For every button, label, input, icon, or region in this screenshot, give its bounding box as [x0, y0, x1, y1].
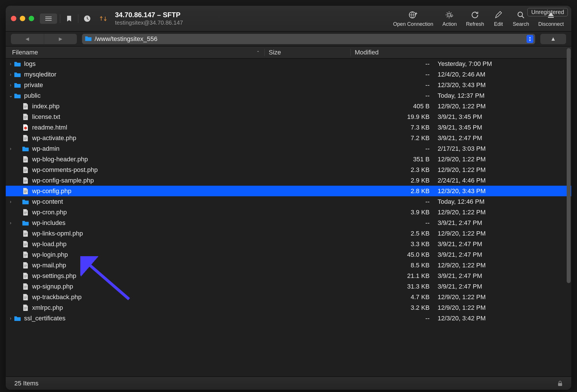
svg-rect-53 — [24, 256, 26, 256]
globe-plus-icon — [408, 10, 418, 20]
file-name: wp-signup.php — [32, 283, 73, 290]
file-size: 7.2 KB — [348, 134, 434, 142]
history-icon[interactable] — [81, 13, 93, 24]
file-row[interactable]: ›ssl_certificates--12/3/20, 3:42 PM — [6, 313, 571, 324]
header-modified[interactable]: Modified — [350, 49, 571, 56]
svg-rect-21 — [24, 107, 27, 107]
file-size: -- — [348, 145, 434, 152]
search-button[interactable]: Search — [513, 10, 529, 27]
file-row[interactable]: readme.html7.3 KB3/9/21, 3:45 PM — [6, 122, 571, 133]
file-size: -- — [348, 198, 434, 205]
file-row[interactable]: wp-mail.php8.5 KB12/9/20, 1:22 PM — [6, 260, 571, 271]
svg-rect-35 — [24, 171, 26, 172]
file-icon — [22, 187, 29, 195]
file-modified: 3/9/21, 2:47 PM — [434, 272, 571, 280]
file-name: wp-links-opml.php — [32, 230, 83, 237]
disclosure-icon[interactable]: › — [7, 83, 14, 88]
file-modified: 2/24/21, 4:46 PM — [434, 177, 571, 184]
svg-rect-64 — [24, 297, 27, 298]
file-name: wp-trackback.php — [32, 293, 81, 301]
file-modified: 12/4/20, 2:46 AM — [434, 71, 571, 78]
open-connection-button[interactable]: Open Connection — [393, 10, 433, 27]
file-name: wp-includes — [32, 219, 65, 227]
svg-point-26 — [24, 127, 27, 130]
view-mode-button[interactable] — [40, 13, 57, 24]
file-row[interactable]: wp-activate.php7.2 KB3/9/21, 2:47 PM — [6, 133, 571, 143]
svg-rect-51 — [24, 254, 27, 255]
file-row[interactable]: ›wp-content--Today, 12:46 PM — [6, 196, 571, 207]
file-size: 21.1 KB — [348, 272, 434, 280]
path-field[interactable]: /www/testingsitex_556 ▲▼ — [82, 34, 535, 44]
file-row[interactable]: ›wp-admin--2/17/21, 3:03 PM — [6, 143, 571, 154]
svg-rect-46 — [24, 234, 27, 234]
file-row[interactable]: ›mysqleditor--12/4/20, 2:46 AM — [6, 69, 571, 80]
file-row[interactable]: wp-settings.php21.1 KB3/9/21, 2:47 PM — [6, 271, 571, 281]
file-size: 45.0 KB — [348, 251, 434, 258]
file-name: mysqleditor — [24, 71, 56, 78]
file-name: private — [24, 81, 43, 89]
file-row[interactable]: license.txt19.9 KB3/9/21, 3:45 PM — [6, 111, 571, 122]
header-size[interactable]: Size — [264, 49, 350, 56]
file-row[interactable]: wp-config-sample.php2.9 KB2/24/21, 4:46 … — [6, 175, 571, 186]
disclosure-icon[interactable]: › — [7, 72, 14, 77]
file-icon — [22, 262, 29, 269]
svg-rect-59 — [24, 277, 26, 278]
svg-rect-38 — [24, 182, 26, 182]
svg-rect-22 — [24, 107, 26, 108]
disclosure-icon[interactable]: › — [7, 61, 14, 66]
close-window-button[interactable] — [11, 16, 16, 21]
file-size: 2.5 KB — [348, 230, 434, 237]
action-button[interactable]: Action — [443, 10, 457, 27]
file-list[interactable]: ›logs--Yesterday, 7:00 PM›mysqleditor--1… — [6, 58, 571, 377]
disclosure-icon[interactable]: › — [7, 220, 14, 226]
minimize-window-button[interactable] — [20, 16, 25, 21]
file-icon — [22, 251, 29, 258]
forward-button[interactable]: ▶ — [44, 34, 77, 44]
back-button[interactable]: ◀ — [11, 34, 44, 44]
scrollbar-thumb[interactable] — [567, 48, 571, 283]
svg-rect-66 — [24, 307, 27, 308]
bookmarks-icon[interactable] — [63, 13, 75, 24]
fullscreen-window-button[interactable] — [29, 16, 34, 21]
header-filename[interactable]: Filename ⌃ — [12, 49, 264, 56]
svg-rect-45 — [24, 233, 27, 234]
disclosure-icon[interactable]: ⌄ — [7, 93, 14, 98]
file-row[interactable]: wp-login.php45.0 KB3/9/21, 2:47 PM — [6, 249, 571, 260]
file-row[interactable]: wp-trackback.php4.7 KB12/9/20, 1:22 PM — [6, 292, 571, 302]
refresh-button[interactable]: Refresh — [466, 10, 484, 27]
path-stepper[interactable]: ▲▼ — [527, 35, 533, 43]
file-row[interactable]: index.php405 B12/9/20, 1:22 PM — [6, 101, 571, 111]
file-size: -- — [348, 315, 434, 322]
file-row[interactable]: wp-load.php3.3 KB3/9/21, 2:47 PM — [6, 239, 571, 249]
file-row[interactable]: wp-config.php2.8 KB12/3/20, 3:43 PM — [6, 186, 571, 196]
file-row[interactable]: ›private--12/3/20, 3:43 PM — [6, 80, 571, 90]
file-name: wp-admin — [32, 145, 59, 152]
file-row[interactable]: wp-comments-post.php2.3 KB12/9/20, 1:22 … — [6, 164, 571, 175]
edit-button[interactable]: Edit — [493, 10, 504, 27]
file-icon — [22, 124, 29, 131]
file-name: public — [24, 92, 40, 99]
file-row[interactable]: wp-links-opml.php2.5 KB12/9/20, 1:22 PM — [6, 228, 571, 239]
file-row[interactable]: wp-cron.php3.9 KB12/9/20, 1:22 PM — [6, 207, 571, 217]
file-modified: 12/9/20, 1:22 PM — [434, 209, 571, 216]
file-row[interactable]: wp-signup.php31.3 KB3/9/21, 2:47 PM — [6, 281, 571, 292]
disclosure-icon[interactable]: › — [7, 316, 14, 321]
file-size: 2.9 KB — [348, 177, 434, 184]
file-row[interactable]: ›wp-includes--3/9/21, 2:47 PM — [6, 217, 571, 228]
go-up-button[interactable]: ▲ — [540, 34, 566, 44]
svg-rect-36 — [24, 180, 27, 181]
file-row[interactable]: ⌄public--Today, 12:37 PM — [6, 90, 571, 101]
transfers-icon[interactable] — [97, 13, 109, 24]
disclosure-icon[interactable]: › — [7, 146, 14, 151]
file-row[interactable]: xmlrpc.php3.2 KB12/9/20, 1:22 PM — [6, 302, 571, 313]
gear-icon — [445, 10, 455, 20]
disclosure-icon[interactable]: › — [7, 199, 14, 204]
file-size: -- — [348, 219, 434, 227]
file-size: 3.3 KB — [348, 240, 434, 248]
sftp-window: 34.70.86.147 – SFTP testingsitex@34.70.8… — [6, 6, 571, 390]
disconnect-button[interactable]: Disconnect — [538, 10, 564, 27]
file-name: wp-load.php — [32, 240, 67, 248]
sort-ascending-icon: ⌃ — [256, 50, 260, 55]
file-row[interactable]: ›logs--Yesterday, 7:00 PM — [6, 58, 571, 69]
file-row[interactable]: wp-blog-header.php351 B12/9/20, 1:22 PM — [6, 154, 571, 164]
